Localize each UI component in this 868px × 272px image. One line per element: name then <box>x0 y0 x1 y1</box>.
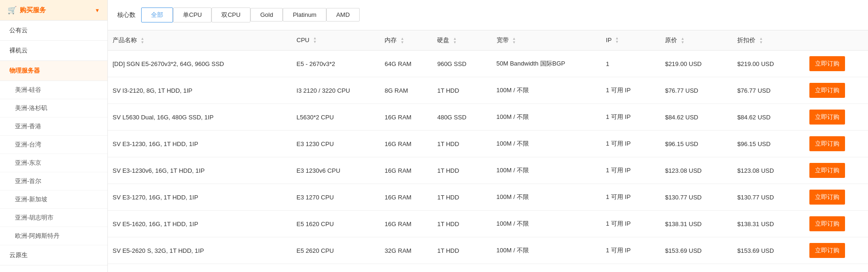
table-cell: 16G RAM <box>380 131 432 157</box>
sidebar-header[interactable]: 🛒 购买服务 ▼ <box>0 0 107 21</box>
table-cell: $219.00 USD <box>732 51 805 77</box>
table-cell: 16G RAM <box>380 104 432 131</box>
table-cell: $130.77 USD <box>732 184 805 211</box>
buy-now-button[interactable]: 立即订购 <box>809 110 845 125</box>
table-cell: 100M / 不限 <box>492 104 602 131</box>
filter-btn-dual-cpu[interactable]: 双CPU <box>211 7 250 22</box>
sidebar-item-physical-server[interactable]: 物理服务器 <box>0 61 107 81</box>
table-cell-action: 立即订购 <box>805 104 868 131</box>
table-cell: 1T HDD <box>432 184 491 211</box>
sidebar-item-cloud-native[interactable]: 云原生 <box>0 245 107 265</box>
table-cell: $130.77 USD <box>660 184 732 211</box>
table-cell: E5 2620 CPU <box>292 237 380 264</box>
table-body: [DD] SGN E5-2670v3*2, 64G, 960G SSDE5 - … <box>108 51 868 264</box>
table-cell: $96.15 USD <box>660 131 732 157</box>
sidebar-item-asia-singapore[interactable]: 亚洲-新加坡 <box>0 191 107 209</box>
product-table: 产品名称 ▲▼ CPU ▲▼ 内存 ▲▼ 硬盘 ▲▼ <box>108 30 868 264</box>
buy-now-button[interactable]: 立即订购 <box>809 190 845 205</box>
cart-icon: 🛒 <box>8 6 17 15</box>
table-cell: $138.31 USD <box>732 211 805 237</box>
sort-icon-disk: ▲▼ <box>453 37 457 44</box>
table-row: SV L5630 Dual, 16G, 480G SSD, 1IPL5630*2… <box>108 104 868 131</box>
filter-btn-gold[interactable]: Gold <box>250 8 283 22</box>
col-header-disk[interactable]: 硬盘 ▲▼ <box>432 30 491 51</box>
sidebar-item-eu-amsterdam[interactable]: 欧洲-阿姆斯特丹 <box>0 227 107 245</box>
buy-now-button[interactable]: 立即订购 <box>809 216 845 231</box>
sidebar-item-asia-taiwan[interactable]: 亚洲-台湾 <box>0 136 107 154</box>
col-header-orig-price[interactable]: 原价 ▲▼ <box>660 30 732 51</box>
sort-icon-cpu: ▲▼ <box>313 37 317 44</box>
filter-bar: 核心数 全部单CPU双CPUGoldPlatinumAMD <box>108 0 868 30</box>
table-cell: E3 1230v6 CPU <box>292 157 380 184</box>
filter-btn-single-cpu[interactable]: 单CPU <box>173 7 211 22</box>
sort-icon-bandwidth: ▲▼ <box>512 37 516 44</box>
table-cell: SV E5-1620, 16G, 1T HDD, 1IP <box>108 211 292 237</box>
filter-btn-platinum[interactable]: Platinum <box>283 8 326 22</box>
table-cell-action: 立即订购 <box>805 51 868 77</box>
table-row: [DD] SGN E5-2670v3*2, 64G, 960G SSDE5 - … <box>108 51 868 77</box>
main-content: 核心数 全部单CPU双CPUGoldPlatinumAMD 产品名称 ▲▼ CP… <box>108 0 868 272</box>
table-row: SV E3-1230, 16G, 1T HDD, 1IPE3 1230 CPU1… <box>108 131 868 157</box>
table-row: SV I3-2120, 8G, 1T HDD, 1IPI3 2120 / 322… <box>108 77 868 104</box>
table-cell: 100M / 不限 <box>492 131 602 157</box>
sidebar-item-private-cloud[interactable]: 私有云 <box>0 265 107 272</box>
sidebar-item-bare-metal[interactable]: 裸机云 <box>0 41 107 61</box>
sidebar-item-asia-seoul[interactable]: 亚洲-首尔 <box>0 172 107 191</box>
buy-now-button[interactable]: 立即订购 <box>809 56 845 71</box>
col-header-ram[interactable]: 内存 ▲▼ <box>380 30 432 51</box>
table-cell: 100M / 不限 <box>492 211 602 237</box>
table-row: SV E3-1270, 16G, 1T HDD, 1IPE3 1270 CPU1… <box>108 184 868 211</box>
table-cell: $153.69 USD <box>660 237 732 264</box>
table-cell: 1 可用 IP <box>601 184 660 211</box>
col-header-bandwidth[interactable]: 宽带 ▲▼ <box>492 30 602 51</box>
table-cell: E5 - 2670v3*2 <box>292 51 380 77</box>
sidebar-item-public-cloud[interactable]: 公有云 <box>0 21 107 41</box>
table-cell: E3 1230 CPU <box>292 131 380 157</box>
sort-icon-sale-price: ▲▼ <box>759 37 763 44</box>
buy-now-button[interactable]: 立即订购 <box>809 243 845 258</box>
table-cell: 1 <box>601 51 660 77</box>
table-cell: 1T HDD <box>432 237 491 264</box>
table-cell: [DD] SGN E5-2670v3*2, 64G, 960G SSD <box>108 51 292 77</box>
table-cell: $76.77 USD <box>732 77 805 104</box>
table-cell: $219.00 USD <box>660 51 732 77</box>
col-header-ip[interactable]: IP ▲▼ <box>601 30 660 51</box>
buy-now-button[interactable]: 立即订购 <box>809 136 845 151</box>
col-header-sale-price[interactable]: 折扣价 ▲▼ <box>732 30 805 51</box>
buy-now-button[interactable]: 立即订购 <box>809 83 845 98</box>
table-cell: 1 可用 IP <box>601 211 660 237</box>
sidebar-item-asia-hongkong[interactable]: 亚洲-香港 <box>0 118 107 136</box>
table-cell: L5630*2 CPU <box>292 104 380 131</box>
table-cell: 16G RAM <box>380 184 432 211</box>
sort-icon-ip: ▲▼ <box>615 37 619 44</box>
col-header-cpu[interactable]: CPU ▲▼ <box>292 30 380 51</box>
filter-label: 核心数 <box>117 11 136 19</box>
table-cell: $123.08 USD <box>660 157 732 184</box>
col-header-name[interactable]: 产品名称 ▲▼ <box>108 30 292 51</box>
sidebar-item-us-silicon-valley[interactable]: 美洲-硅谷 <box>0 81 107 99</box>
sidebar-item-asia-hochiminh[interactable]: 亚洲-胡志明市 <box>0 209 107 227</box>
table-row: SV E3-1230v6, 16G, 1T HDD, 1IPE3 1230v6 … <box>108 157 868 184</box>
table-cell: 1 可用 IP <box>601 157 660 184</box>
table-cell: $84.62 USD <box>660 104 732 131</box>
filter-btn-all[interactable]: 全部 <box>141 7 173 22</box>
filter-btn-amd[interactable]: AMD <box>326 8 360 22</box>
table-cell: 1T HDD <box>432 131 491 157</box>
table-cell: 100M / 不限 <box>492 77 602 104</box>
table-cell: 480G SSD <box>432 104 491 131</box>
table-cell: 16G RAM <box>380 157 432 184</box>
table-cell: $138.31 USD <box>660 211 732 237</box>
table-cell: 1T HDD <box>432 157 491 184</box>
product-table-container: 产品名称 ▲▼ CPU ▲▼ 内存 ▲▼ 硬盘 ▲▼ <box>108 30 868 272</box>
table-cell: 960G SSD <box>432 51 491 77</box>
col-header-action <box>805 30 868 51</box>
buy-now-button[interactable]: 立即订购 <box>809 163 845 178</box>
table-cell: 1 可用 IP <box>601 104 660 131</box>
table-cell: $153.69 USD <box>732 237 805 264</box>
sidebar-header-label: 购买服务 <box>20 6 46 15</box>
table-cell: $84.62 USD <box>732 104 805 131</box>
filter-buttons: 全部单CPU双CPUGoldPlatinumAMD <box>141 7 360 22</box>
sidebar-item-us-los-angeles[interactable]: 美洲-洛杉矶 <box>0 99 107 118</box>
sidebar-item-asia-tokyo[interactable]: 亚洲-东京 <box>0 154 107 172</box>
table-cell: 100M / 不限 <box>492 184 602 211</box>
